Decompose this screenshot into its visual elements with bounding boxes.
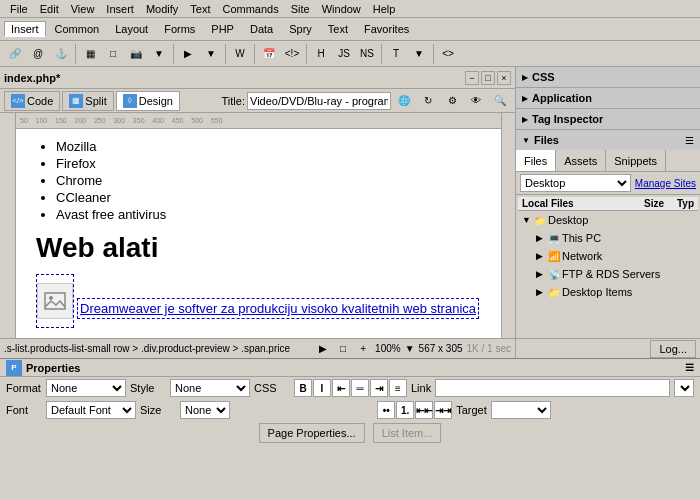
vertical-scrollbar[interactable] (501, 113, 515, 338)
link-input[interactable] (435, 379, 670, 397)
tree-item-thispc[interactable]: ▶ 💻 This PC (518, 229, 698, 247)
page-properties-button[interactable]: Page Properties... (259, 423, 365, 443)
page-link[interactable]: Dreamweaver je softver za produkciju vis… (77, 298, 479, 319)
size-select[interactable]: None (180, 401, 230, 419)
indent-button[interactable]: ⇥⇥ (434, 401, 452, 419)
inspect-icon[interactable]: 🔍 (489, 90, 511, 112)
noscript-icon[interactable]: NS (356, 43, 378, 65)
files-location-select[interactable]: Desktop (520, 174, 631, 192)
toolbar-tab-layout[interactable]: Layout (108, 21, 155, 37)
toolbar-tab-forms[interactable]: Forms (157, 21, 202, 37)
tag-icon[interactable]: <> (437, 43, 459, 65)
toolbar-tab-data[interactable]: Data (243, 21, 280, 37)
toolbar-tab-php[interactable]: PHP (204, 21, 241, 37)
tab-code[interactable]: </> Code (4, 91, 60, 111)
canvas-content[interactable]: Mozilla Firefox Chrome CCleaner Avast fr… (16, 129, 501, 338)
tree-item-network[interactable]: ▶ 📶 Network (518, 247, 698, 265)
css-header[interactable]: ▶ CSS (516, 67, 700, 87)
log-button[interactable]: Log... (650, 340, 696, 358)
comment-icon[interactable]: <!> (281, 43, 303, 65)
email-icon[interactable]: @ (27, 43, 49, 65)
image-icon[interactable]: 📷 (125, 43, 147, 65)
zoom-dropdown-icon[interactable]: ▼ (405, 343, 415, 354)
pointer-icon[interactable]: ▶ (315, 341, 331, 357)
widget-icon[interactable]: W (229, 43, 251, 65)
menu-file[interactable]: File (4, 3, 34, 15)
zoom-in-icon[interactable]: + (355, 341, 371, 357)
refresh-icon[interactable]: ↻ (417, 90, 439, 112)
align-right-button[interactable]: ⇥ (370, 379, 388, 397)
italic-button[interactable]: I (313, 379, 331, 397)
tab-assets[interactable]: Assets (556, 150, 606, 171)
files-header[interactable]: ▼ Files ☰ (516, 130, 700, 150)
toolbar-tab-spry[interactable]: Spry (282, 21, 319, 37)
menu-modify[interactable]: Modify (140, 3, 184, 15)
menu-commands[interactable]: Commands (216, 3, 284, 15)
template-dropdown-icon[interactable]: ▼ (408, 43, 430, 65)
target-select[interactable] (491, 401, 551, 419)
font-select[interactable]: Default Font (46, 401, 136, 419)
table-icon[interactable]: ▦ (79, 43, 101, 65)
properties-options-icon[interactable]: ☰ (685, 362, 694, 373)
script-icon[interactable]: JS (333, 43, 355, 65)
settings-icon[interactable]: ⚙ (441, 90, 463, 112)
expand-thispc-icon: ▶ (536, 233, 546, 243)
toolbar-tab-common[interactable]: Common (48, 21, 107, 37)
tree-item-desktop-items[interactable]: ▶ 📁 Desktop Items (518, 283, 698, 301)
hyperlink-icon[interactable]: 🔗 (4, 43, 26, 65)
tree-item-ftp[interactable]: ▶ 📡 FTP & RDS Servers (518, 265, 698, 283)
page-heading: Web alati (36, 232, 481, 264)
menu-help[interactable]: Help (367, 3, 402, 15)
unordered-list-button[interactable]: •• (377, 401, 395, 419)
toolbar-tab-insert[interactable]: Insert (4, 21, 46, 37)
menu-view[interactable]: View (65, 3, 101, 15)
format-select[interactable]: None (46, 379, 126, 397)
head-icon[interactable]: H (310, 43, 332, 65)
select-icon[interactable]: □ (335, 341, 351, 357)
align-left-button[interactable]: ⇤ (332, 379, 350, 397)
toolbar-tab-text[interactable]: Text (321, 21, 355, 37)
image-dropdown-icon[interactable]: ▼ (148, 43, 170, 65)
application-header[interactable]: ▶ Application (516, 88, 700, 108)
date-icon[interactable]: 📅 (258, 43, 280, 65)
editor-close-btn[interactable]: × (497, 71, 511, 85)
nav-list: Mozilla Firefox Chrome CCleaner Avast fr… (56, 139, 481, 222)
menu-window[interactable]: Window (316, 3, 367, 15)
live-view-icon[interactable]: 👁 (465, 90, 487, 112)
tree-label-ftp: FTP & RDS Servers (562, 268, 660, 280)
toolbar-tab-favorites[interactable]: Favorites (357, 21, 416, 37)
manage-sites-link[interactable]: Manage Sites (635, 178, 696, 189)
media-dropdown-icon[interactable]: ▼ (200, 43, 222, 65)
menu-insert[interactable]: Insert (100, 3, 140, 15)
tab-design[interactable]: ◊ Design (116, 91, 180, 111)
image-element[interactable] (36, 274, 74, 328)
tag-inspector-header[interactable]: ▶ Tag Inspector (516, 109, 700, 129)
template-icon[interactable]: T (385, 43, 407, 65)
anchor-icon[interactable]: ⚓ (50, 43, 72, 65)
menu-site[interactable]: Site (285, 3, 316, 15)
browse-icon[interactable]: 🌐 (393, 90, 415, 112)
tab-snippets[interactable]: Snippets (606, 150, 666, 171)
menu-text[interactable]: Text (184, 3, 216, 15)
tree-item-desktop[interactable]: ▼ 📁 Desktop (518, 211, 698, 229)
menu-edit[interactable]: Edit (34, 3, 65, 15)
div-icon[interactable]: □ (102, 43, 124, 65)
zoom-level[interactable]: 100% (375, 343, 401, 354)
list-item-button[interactable]: List Item... (373, 423, 442, 443)
align-justify-button[interactable]: ≡ (389, 379, 407, 397)
page-title-input[interactable] (247, 92, 391, 110)
editor-restore-btn[interactable]: □ (481, 71, 495, 85)
align-center-button[interactable]: ═ (351, 379, 369, 397)
status-bar: .s-list.products-list-small row > .div.p… (0, 338, 515, 358)
files-options-icon[interactable]: ☰ (685, 135, 694, 146)
outdent-button[interactable]: ⇤⇤ (415, 401, 433, 419)
tab-split[interactable]: ▦ Split (62, 91, 113, 111)
network-icon-network: 📶 (546, 248, 562, 264)
link-dropdown[interactable] (674, 379, 694, 397)
style-select[interactable]: None (170, 379, 250, 397)
ordered-list-button[interactable]: 1. (396, 401, 414, 419)
bold-button[interactable]: B (294, 379, 312, 397)
editor-minimize-btn[interactable]: − (465, 71, 479, 85)
media-icon[interactable]: ▶ (177, 43, 199, 65)
tab-files[interactable]: Files (516, 150, 556, 171)
